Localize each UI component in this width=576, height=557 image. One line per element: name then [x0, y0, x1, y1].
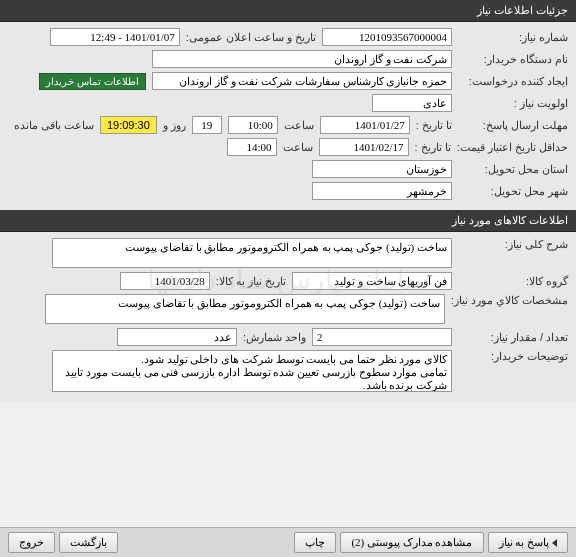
- unit-label: واحد شمارش:: [243, 331, 306, 344]
- validity-time-input[interactable]: [227, 138, 277, 156]
- province-label: استان محل تحویل:: [458, 163, 568, 176]
- respond-label: پاسخ به نیاز: [499, 536, 550, 548]
- exit-button[interactable]: خروج: [8, 532, 55, 553]
- spec-label: مشخصات كالاي مورد نياز:: [451, 294, 568, 307]
- qty-label: تعداد / مقدار نیاز:: [458, 331, 568, 344]
- deadline-label: مهلت ارسال پاسخ:: [458, 119, 568, 132]
- announce-input[interactable]: [50, 28, 180, 46]
- section-header-need-details: جزئیات اطلاعات نیاز: [0, 0, 576, 22]
- back-button[interactable]: بازگشت: [59, 532, 118, 553]
- general-desc-label: شرح کلی نیاز:: [458, 238, 568, 251]
- buyer-input[interactable]: [152, 50, 452, 68]
- need-number-input[interactable]: [322, 28, 452, 46]
- need-details-form: شماره نیاز: تاریخ و ساعت اعلان عمومی: نا…: [0, 22, 576, 210]
- general-desc-textarea[interactable]: ساخت (تولید) جوکی پمپ به همراه الکتروموت…: [52, 238, 452, 268]
- need-date-label: تاریخ نیاز به کالا:: [216, 275, 286, 288]
- creator-input[interactable]: [152, 72, 452, 90]
- creator-label: ایجاد کننده درخواست:: [458, 75, 568, 88]
- deadline-date-input[interactable]: [320, 116, 410, 134]
- arrow-left-icon: [552, 539, 557, 547]
- section-header-goods-info: اطلاعات کالاهای مورد نیاز: [0, 210, 576, 232]
- unit-input[interactable]: [117, 328, 237, 346]
- priority-input[interactable]: [372, 94, 452, 112]
- city-input[interactable]: [312, 182, 452, 200]
- need-number-label: شماره نیاز:: [458, 31, 568, 44]
- validity-time-label: ساعت: [283, 141, 313, 154]
- buyer-notes-label: توضیحات خریدار:: [458, 350, 568, 363]
- countdown-time: 19:09:30: [100, 116, 157, 134]
- respond-button[interactable]: پاسخ به نیاز: [488, 532, 569, 553]
- deadline-time-label: ساعت: [284, 119, 314, 132]
- validity-label: حداقل تاریخ اعتبار قیمت:: [457, 141, 568, 154]
- deadline-time-input[interactable]: [228, 116, 278, 134]
- group-input[interactable]: [292, 272, 452, 290]
- need-date-input[interactable]: [120, 272, 210, 290]
- validity-date-input[interactable]: [319, 138, 409, 156]
- goods-info-form: شرح کلی نیاز: ساخت (تولید) جوکی پمپ به ه…: [0, 232, 576, 402]
- province-input[interactable]: [312, 160, 452, 178]
- city-label: شهر محل تحویل:: [458, 185, 568, 198]
- days-label: روز و: [163, 119, 186, 132]
- attachments-button[interactable]: مشاهده مدارک پیوستی (2): [340, 532, 483, 553]
- contact-buyer-button[interactable]: اطلاعات تماس خریدار: [39, 73, 146, 90]
- button-bar: پاسخ به نیاز مشاهده مدارک پیوستی (2) چاپ…: [0, 527, 576, 557]
- priority-label: اولویت نیاز :: [458, 97, 568, 110]
- deadline-to-label: تا تاریخ :: [416, 119, 452, 132]
- spec-textarea[interactable]: ساخت (تولید) جوکی پمپ به همراه الکتروموت…: [45, 294, 445, 324]
- qty-input[interactable]: [312, 328, 452, 346]
- group-label: گروه کالا:: [458, 275, 568, 288]
- validity-to-label: تا تاریخ :: [415, 141, 451, 154]
- remaining-label: ساعت باقی مانده: [14, 119, 94, 132]
- buyer-label: نام دستگاه خریدار:: [458, 53, 568, 66]
- announce-label: تاریخ و ساعت اعلان عمومی:: [186, 31, 316, 44]
- print-button[interactable]: چاپ: [294, 532, 336, 553]
- buyer-notes-textarea[interactable]: کالای مورد نظر حتما می بایست توسط شرکت ه…: [52, 350, 452, 392]
- days-remaining-input: [192, 116, 222, 134]
